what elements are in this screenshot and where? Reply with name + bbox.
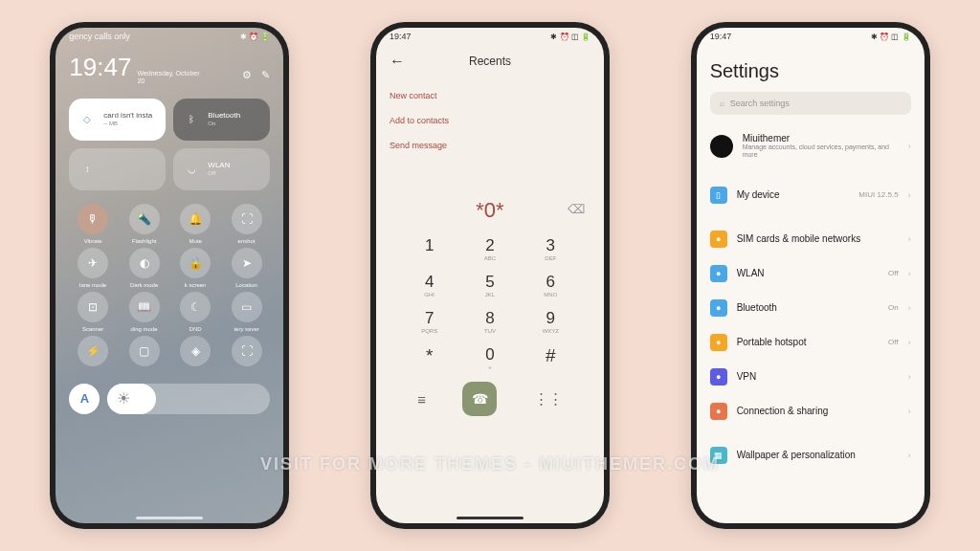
toggle-item[interactable]: ⛶ [223, 336, 271, 370]
toggle-icon: 🔒 [180, 248, 211, 278]
toggle-icon: ◈ [180, 336, 211, 366]
toggle-item[interactable]: ⚡ [69, 336, 117, 370]
menu-icon[interactable]: ≡ [417, 391, 426, 408]
status-time: 19:47 [710, 32, 732, 41]
status-icons: ✱ ⏰ ◫ 🔋 [550, 33, 590, 41]
settings-icon: ● [710, 403, 727, 420]
keypad-key[interactable]: 8TUV [459, 303, 520, 340]
settings-item[interactable]: ●Connection & sharing› [697, 394, 924, 429]
brightness-icon: ☀ [117, 389, 130, 408]
brightness-slider[interactable]: ☀ [107, 384, 270, 414]
audio-icon: ↕ [78, 161, 96, 178]
settings-item[interactable]: ●WLANOff› [697, 256, 924, 291]
keypad-key[interactable]: 4GHI [399, 267, 459, 303]
chevron-right-icon: › [908, 142, 911, 151]
status-bar: 19:47 ✱ ⏰ ◫ 🔋 [376, 28, 604, 45]
dialer-option[interactable]: Add to contacts [390, 108, 590, 133]
dialer-title: Recents [390, 55, 590, 68]
keypad-key[interactable]: 9WXYZ [521, 303, 581, 340]
avatar [710, 135, 733, 158]
keypad-key[interactable]: * [399, 340, 459, 376]
keypad-key[interactable]: 3DEF [521, 231, 581, 267]
wallpaper-icon: ▦ [710, 447, 727, 464]
phone-settings: 19:47 ✱ ⏰ ◫ 🔋 Settings ⌕ Search settings… [691, 22, 930, 529]
status-bar: 19:47 ✱ ⏰ ◫ 🔋 [697, 28, 924, 45]
toggle-item[interactable]: ◐Dark mode [121, 248, 168, 288]
chevron-right-icon: › [908, 407, 911, 416]
search-icon: ⌕ [720, 99, 724, 108]
device-icon: ▯ [710, 187, 727, 204]
settings-item[interactable]: ●Portable hotspotOff› [697, 325, 924, 360]
account-item[interactable]: Miuithemer Manage accounts, cloud servic… [697, 124, 924, 168]
call-button[interactable]: ☎ [462, 382, 497, 416]
chevron-right-icon: › [908, 190, 911, 200]
toggle-item[interactable]: ✈lane mode [69, 248, 117, 288]
toggle-icon: ⊡ [78, 292, 108, 322]
dialed-number: *0* [476, 198, 503, 222]
settings-icon: ● [710, 334, 727, 351]
toggle-icon: ⛶ [232, 204, 262, 234]
toggle-item[interactable]: ⊡Scanner [69, 292, 117, 332]
toggle-grid: 🎙Vibrate🔦Flashlight🔔Mute⛶enshot✈lane mod… [56, 200, 283, 374]
settings-item[interactable]: ●SIM cards & mobile networks› [697, 222, 924, 256]
settings-icon: ● [710, 265, 727, 282]
toggle-icon: 🔔 [180, 204, 211, 234]
keypad-key[interactable]: 7PQRS [399, 303, 459, 340]
keypad-key[interactable]: 0+ [459, 340, 520, 376]
auto-brightness-button[interactable]: A [69, 384, 100, 414]
toggle-icon: ☾ [180, 292, 211, 322]
tile-wlan[interactable]: ◡ WLAN Off [173, 148, 270, 190]
toggle-icon: ◐ [129, 248, 160, 278]
toggle-item[interactable]: ◈ [171, 336, 219, 370]
keypad-key[interactable]: # [521, 340, 581, 376]
toggle-item[interactable]: 🎙Vibrate [69, 204, 117, 244]
settings-item[interactable]: ●BluetoothOn› [697, 291, 924, 325]
bluetooth-icon: ᛒ [183, 111, 200, 128]
toggle-icon: 📖 [129, 292, 160, 322]
toggle-icon: ▢ [129, 336, 160, 366]
toggle-item[interactable]: ☾DND [171, 292, 219, 332]
keypad-toggle-icon[interactable]: ⋮⋮ [534, 390, 563, 408]
dialer-option[interactable]: Send message [390, 133, 590, 158]
gear-icon[interactable]: ⚙ [242, 69, 252, 81]
toggle-item[interactable]: ➤Location [223, 248, 271, 288]
toggle-item[interactable]: 🔔Mute [171, 204, 219, 244]
keypad-key[interactable]: 1 [399, 231, 459, 267]
mydevice-item[interactable]: ▯ My device MIUI 12.5.5 › [697, 178, 924, 212]
keypad-key[interactable]: 6MNO [521, 267, 581, 303]
status-time: 19:47 [390, 32, 412, 41]
settings-icon: ● [710, 299, 727, 317]
toggle-item[interactable]: 🔒k screen [171, 248, 219, 288]
toggle-icon: ➤ [232, 248, 262, 278]
toggle-item[interactable]: ⛶enshot [223, 204, 271, 244]
status-bar: gency calls only ✱ ⏰ 🔋 [56, 28, 283, 45]
home-indicator[interactable] [457, 517, 523, 519]
search-input[interactable]: ⌕ Search settings [710, 92, 911, 115]
toggle-icon: 🎙 [78, 204, 108, 234]
wallpaper-item[interactable]: ▦ Wallpaper & personalization › [697, 438, 924, 473]
carrier-text: gency calls only [69, 32, 130, 41]
home-indicator[interactable] [136, 517, 203, 519]
keypad-key[interactable]: 5JKL [459, 267, 520, 303]
dialer-option[interactable]: New contact [390, 83, 590, 108]
settings-icon: ● [710, 368, 727, 386]
settings-item[interactable]: ●VPN› [697, 360, 924, 394]
toggle-item[interactable]: ▢ [121, 336, 168, 370]
chevron-right-icon: › [908, 451, 911, 460]
toggle-item[interactable]: 📖ding mode [121, 292, 168, 332]
backspace-icon[interactable]: ⌫ [568, 202, 585, 216]
toggle-item[interactable]: 🔦Flashlight [121, 204, 168, 244]
toggle-item[interactable]: ▭tery saver [223, 292, 271, 332]
tile-data[interactable]: ◇ card isn't insta -- MB [69, 99, 166, 141]
tile-bluetooth[interactable]: ᛒ Bluetooth On [173, 99, 270, 141]
toggle-icon: ⛶ [232, 336, 262, 366]
page-title: Settings [697, 45, 924, 92]
chevron-right-icon: › [908, 234, 911, 244]
phone-dialer: 19:47 ✱ ⏰ ◫ 🔋 ← Recents New contactAdd t… [370, 22, 610, 529]
edit-icon[interactable]: ✎ [261, 69, 270, 81]
keypad-key[interactable]: 2ABC [459, 231, 520, 267]
chevron-right-icon: › [908, 303, 911, 313]
toggle-icon: ⚡ [78, 336, 108, 366]
tile-audio[interactable]: ↕ [69, 148, 166, 190]
drop-icon: ◇ [78, 111, 96, 128]
